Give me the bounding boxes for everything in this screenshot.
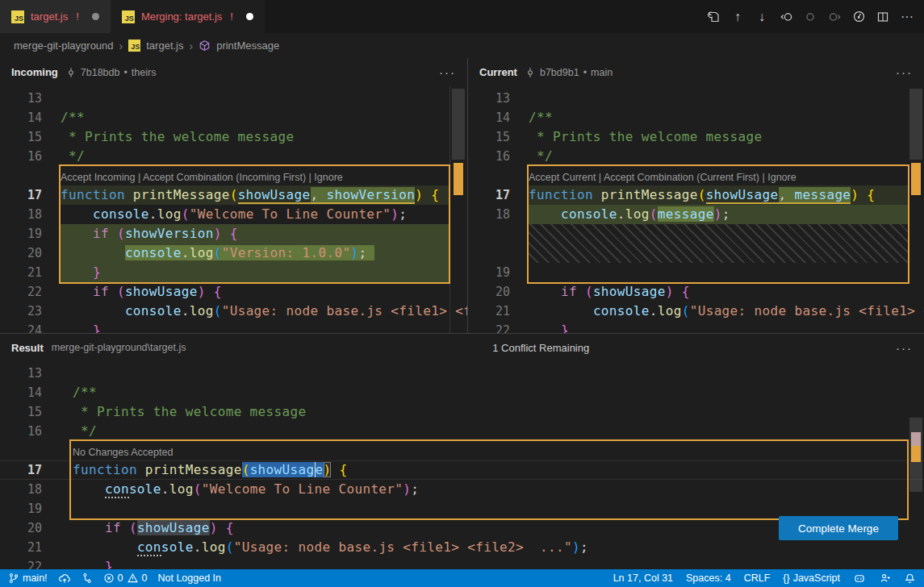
code-line[interactable]: 17function printMessage(showUsage, messa…	[468, 185, 924, 205]
copilot-status[interactable]	[853, 572, 866, 585]
line-number: 14	[0, 108, 42, 127]
merge-action[interactable]: Accept Combination (Current First)	[604, 172, 759, 183]
code-line[interactable]: 24 }	[0, 321, 467, 333]
current-scrollbar[interactable]	[909, 89, 922, 160]
incoming-scrollbar[interactable]	[452, 89, 465, 160]
code-line[interactable]: 14/**	[468, 108, 924, 127]
code-line[interactable]: 15 * Prints the welcome message	[468, 127, 924, 147]
merge-action[interactable]: Ignore	[314, 172, 342, 183]
problems-indicator[interactable]: 0 0	[103, 572, 148, 584]
incoming-conflict-marker[interactable]	[454, 163, 463, 195]
code-line[interactable]: 13	[0, 364, 924, 383]
line-number: 17	[0, 460, 42, 480]
code-line[interactable]: 19	[468, 263, 924, 282]
merge-action[interactable]: Accept Current	[529, 172, 596, 183]
tab-target-js[interactable]: JS target.js !	[0, 0, 111, 33]
notifications-button[interactable]	[904, 572, 916, 585]
code-line[interactable]: 16 */	[468, 147, 924, 166]
code-line[interactable]: 14/**	[0, 383, 924, 402]
current-conflict-marker[interactable]	[911, 163, 921, 195]
publish-changes[interactable]	[58, 572, 71, 585]
code-line[interactable]: 18 console.log("Welcome To Line Counter"…	[0, 205, 467, 224]
result-conflict-marker[interactable]	[911, 446, 921, 462]
more-actions-icon[interactable]: ···	[897, 6, 918, 27]
current-pane-header: Current b7bd9b1 • main ···	[468, 58, 924, 86]
code-line[interactable]: 21 console.log("Usage: node base.js <fil…	[468, 302, 924, 321]
focus-base-icon[interactable]	[800, 6, 821, 27]
separator: |	[596, 172, 604, 183]
result-marker-secondary[interactable]	[911, 432, 921, 446]
line-number: 20	[0, 518, 42, 538]
code-line[interactable]: 13	[468, 89, 924, 108]
tab-merging-target-js[interactable]: JS Merging: target.js !	[111, 0, 265, 33]
code-line[interactable]: 22 if (showUsage) {	[0, 282, 467, 302]
merge-action[interactable]: Accept Incoming	[61, 172, 135, 183]
code-line[interactable]: 13	[0, 89, 467, 108]
code-line[interactable]: 17function printMessage(showUsage) {	[0, 460, 924, 480]
code-line[interactable]: 15 * Prints the welcome message	[0, 127, 467, 147]
branch-ref: main	[591, 67, 613, 78]
line-number: 16	[468, 147, 510, 166]
code-line[interactable]: 20 console.log("Version: 1.0.0");	[0, 244, 467, 263]
source-control-graph[interactable]	[82, 572, 93, 584]
code-line[interactable]: 16 */	[0, 422, 924, 441]
prev-conflict-icon[interactable]: ↑	[727, 6, 748, 27]
conflict-actions-row[interactable]: Accept Current | Accept Combination (Cur…	[468, 166, 924, 185]
conflict-actions-row[interactable]: Accept Incoming | Accept Combination (In…	[0, 166, 467, 185]
code-text: /**	[61, 108, 85, 127]
breadcrumb-folder[interactable]: merge-git-playground	[14, 40, 114, 52]
code-line[interactable]: 21 }	[0, 263, 467, 282]
feedback-button[interactable]	[879, 572, 891, 584]
code-line[interactable]: 16 */	[0, 147, 467, 166]
code-line[interactable]: 22 }	[0, 557, 924, 569]
merge-action[interactable]: Ignore	[767, 172, 796, 183]
more-actions-icon[interactable]: ···	[896, 65, 913, 79]
scrollbar-border	[449, 86, 450, 333]
more-actions-icon[interactable]: ···	[896, 341, 913, 355]
diff-highlight	[61, 263, 449, 282]
language-mode[interactable]: {} JavaScript	[783, 572, 840, 584]
focus-current-icon[interactable]	[824, 6, 845, 27]
incoming-editor[interactable]: 1314/**15 * Prints the welcome message16…	[0, 86, 467, 333]
next-conflict-icon[interactable]: ↓	[751, 6, 772, 27]
login-status[interactable]: Not Logged In	[157, 572, 221, 584]
code-text: /**	[73, 383, 97, 402]
branch-ref: theirs	[132, 67, 157, 78]
code-line[interactable]: 18 console.log("Welcome To Line Counter"…	[0, 480, 924, 499]
code-line[interactable]: 21 console.log("Usage: node base.js <fil…	[0, 538, 924, 557]
cursor-position[interactable]: Ln 17, Col 31	[613, 572, 673, 584]
merge-action[interactable]: Accept Combination (Incoming First)	[143, 172, 306, 183]
modified-dot-icon[interactable]	[246, 13, 253, 20]
code-text: console.log(message);	[529, 205, 730, 224]
indentation-setting[interactable]: Spaces: 4	[686, 572, 731, 584]
revert-file-icon[interactable]	[703, 6, 724, 27]
code-line[interactable]: 19 if (showVersion) {	[0, 224, 467, 244]
vscode-merge-editor: JS target.js ! JS Merging: target.js ! ↑…	[0, 0, 924, 587]
more-actions-icon[interactable]: ···	[439, 65, 456, 79]
split-editor-icon[interactable]	[872, 6, 893, 27]
code-line[interactable]: 22 }	[468, 321, 924, 333]
current-editor[interactable]: 1314/**15 * Prints the welcome message16…	[468, 86, 924, 333]
breadcrumb-file[interactable]: target.js	[146, 40, 183, 52]
tab-bar: JS target.js ! JS Merging: target.js ! ↑…	[0, 0, 924, 33]
merge-base-view-icon[interactable]	[848, 6, 869, 27]
code-text: }	[61, 321, 101, 333]
code-line[interactable]: 23 console.log("Usage: node base.js <fil…	[0, 302, 467, 321]
branch-indicator[interactable]: main!	[8, 572, 48, 584]
code-line[interactable]: 18 console.log(message);	[468, 205, 924, 224]
code-line[interactable]: 14/**	[0, 108, 467, 127]
code-line[interactable]: 15 * Prints the welcome message	[0, 402, 924, 422]
complete-merge-button[interactable]: Complete Merge	[779, 516, 898, 540]
line-number: 19	[0, 499, 42, 518]
bell-icon	[904, 572, 916, 585]
code-line[interactable]: 20 if (showUsage) {	[468, 282, 924, 302]
merge-action: No Changes Accepted	[73, 447, 173, 458]
focus-incoming-icon[interactable]	[776, 6, 796, 27]
breadcrumb-symbol[interactable]: printMessage	[216, 40, 279, 52]
conflict-actions-row[interactable]: No Changes Accepted	[0, 441, 924, 460]
line-number: 20	[468, 282, 510, 302]
modified-dot-icon[interactable]	[92, 13, 99, 20]
code-text: function printMessage(showUsage) {	[73, 460, 347, 480]
eol-setting[interactable]: CRLF	[744, 572, 771, 584]
code-line[interactable]: 17function printMessage(showUsage, showV…	[0, 185, 467, 205]
